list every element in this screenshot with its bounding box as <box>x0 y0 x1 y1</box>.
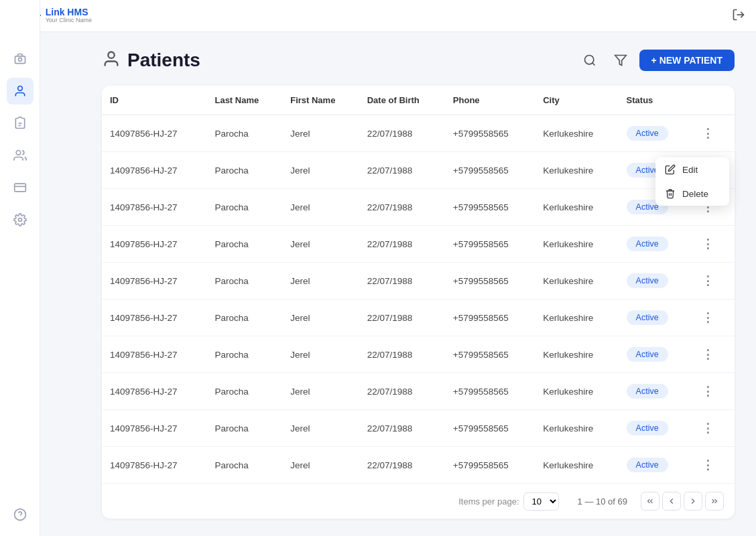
col-id: ID <box>102 86 206 115</box>
table-row: 14097856-HJ-27ParochaJerel22/07/1988+579… <box>102 115 735 152</box>
row-action-button[interactable]: ⋮ <box>699 382 718 401</box>
brand-name: Link HMS Your Clinic Name <box>46 7 92 24</box>
row-action-button[interactable]: ⋮ <box>699 124 718 143</box>
sidebar-item-camera[interactable] <box>7 46 34 72</box>
svg-point-12 <box>18 218 21 222</box>
patients-table-container: ID Last Name First Name Date of Birth Ph… <box>102 86 735 519</box>
cell-3: 22/07/1988 <box>359 263 445 299</box>
row-action-button[interactable]: ⋮ <box>699 345 718 364</box>
status-badge: Active <box>627 310 668 325</box>
brand: + Link HMS Your Clinic Name <box>34 7 92 24</box>
status-badge: Active <box>627 126 668 141</box>
cell-action[interactable]: ⋮ <box>691 115 735 152</box>
cell-4: +5799558565 <box>445 373 535 410</box>
per-page-select[interactable]: 10 25 50 <box>523 492 559 511</box>
cell-5: Kerlukeshire <box>535 115 618 152</box>
col-dob: Date of Birth <box>359 86 445 115</box>
cell-0: 14097856-HJ-27 <box>102 336 206 373</box>
row-action-button[interactable]: ⋮ <box>699 271 718 290</box>
cell-4: +5799558565 <box>445 115 535 152</box>
prev-page-button[interactable] <box>662 492 681 511</box>
cell-2: Jerel <box>282 410 359 447</box>
sidebar-item-patients[interactable] <box>7 78 34 105</box>
cell-0: 14097856-HJ-27 <box>102 189 206 226</box>
table-row: 14097856-HJ-27ParochaJerel22/07/1988+579… <box>102 336 735 373</box>
topbar-logout[interactable] <box>732 8 745 24</box>
next-page-icon <box>688 496 698 506</box>
table-header: ID Last Name First Name Date of Birth Ph… <box>102 86 735 115</box>
cell-action[interactable]: ⋮ <box>691 336 735 373</box>
cell-action[interactable]: ⋮ <box>691 299 735 336</box>
row-action-button[interactable]: ⋮ <box>699 234 718 253</box>
cell-0: 14097856-HJ-27 <box>102 226 206 263</box>
cell-1: Parocha <box>206 299 282 336</box>
context-menu-delete[interactable]: Delete <box>655 182 729 206</box>
cell-1: Parocha <box>206 152 282 189</box>
next-page-button[interactable] <box>684 492 702 511</box>
table-row: 14097856-HJ-27ParochaJerel22/07/1988+579… <box>102 373 735 410</box>
table-row: 14097856-HJ-27ParochaJerel22/07/1988+579… <box>102 447 735 484</box>
cell-1: Parocha <box>206 226 282 263</box>
cell-2: Jerel <box>282 189 359 226</box>
page-header: Patients + NEW PATIENT <box>102 48 735 72</box>
status-badge: Active <box>627 458 668 472</box>
last-page-button[interactable] <box>705 492 724 511</box>
sidebar-item-help[interactable] <box>7 501 34 528</box>
svg-line-17 <box>592 63 594 66</box>
col-first-name: First Name <box>282 86 359 115</box>
svg-point-15 <box>108 52 114 58</box>
cell-0: 14097856-HJ-27 <box>102 373 206 410</box>
cell-0: 14097856-HJ-27 <box>102 152 206 189</box>
row-action-button[interactable]: ⋮ <box>699 456 718 474</box>
cell-action[interactable]: ⋮ <box>691 226 735 263</box>
svg-point-9 <box>16 151 21 155</box>
search-button[interactable] <box>578 48 602 72</box>
svg-marker-18 <box>615 56 626 66</box>
items-per-page: Items per page: 10 25 50 <box>458 492 558 511</box>
main-content: Patients + NEW PATIENT ID Last Nam <box>80 32 756 536</box>
sidebar-item-group[interactable] <box>7 142 34 169</box>
cell-5: Kerlukeshire <box>535 189 618 226</box>
col-city: City <box>535 86 618 115</box>
cell-2: Jerel <box>282 447 359 484</box>
cell-3: 22/07/1988 <box>359 115 445 152</box>
cell-3: 22/07/1988 <box>359 373 445 410</box>
page-title: Patients <box>127 50 200 71</box>
cell-1: Parocha <box>206 373 282 410</box>
context-menu-edit[interactable]: Edit <box>655 157 729 182</box>
cell-2: Jerel <box>282 152 359 189</box>
filter-button[interactable] <box>609 48 633 72</box>
table-row: 14097856-HJ-27ParochaJerel22/07/1988+579… <box>102 263 735 299</box>
cell-4: +5799558565 <box>445 152 535 189</box>
status-badge: Active <box>627 237 668 251</box>
table-row: 14097856-HJ-27ParochaJerel22/07/1988+579… <box>102 410 735 447</box>
cell-status: Active <box>619 373 691 410</box>
cell-2: Jerel <box>282 299 359 336</box>
cell-action[interactable]: ⋮ <box>691 263 735 299</box>
topbar: + Link HMS Your Clinic Name <box>0 0 756 32</box>
svg-point-5 <box>18 58 21 61</box>
cell-action[interactable]: ⋮ <box>691 373 735 410</box>
sidebar-item-billing[interactable] <box>7 174 34 201</box>
cell-action[interactable]: ⋮ <box>691 410 735 447</box>
row-action-button[interactable]: ⋮ <box>699 308 718 327</box>
cell-0: 14097856-HJ-27 <box>102 410 206 447</box>
pagination: Items per page: 10 25 50 1 — 10 of 69 <box>102 484 735 519</box>
sidebar-item-settings[interactable] <box>7 206 34 233</box>
brand-name-sub: Your Clinic Name <box>46 17 92 24</box>
cell-1: Parocha <box>206 447 282 484</box>
cell-1: Parocha <box>206 410 282 447</box>
cell-4: +5799558565 <box>445 410 535 447</box>
col-phone: Phone <box>445 86 535 115</box>
sidebar-bottom <box>7 501 34 528</box>
cell-3: 22/07/1988 <box>359 447 445 484</box>
status-badge: Active <box>627 421 668 436</box>
cell-status: Active <box>619 299 691 336</box>
cell-action[interactable]: ⋮ <box>691 447 735 484</box>
first-page-button[interactable] <box>641 492 659 511</box>
cell-status: Active <box>619 410 691 447</box>
row-action-button[interactable]: ⋮ <box>699 419 718 438</box>
sidebar-item-lab[interactable] <box>7 110 34 137</box>
delete-icon <box>665 188 676 199</box>
new-patient-button[interactable]: + NEW PATIENT <box>639 50 735 71</box>
